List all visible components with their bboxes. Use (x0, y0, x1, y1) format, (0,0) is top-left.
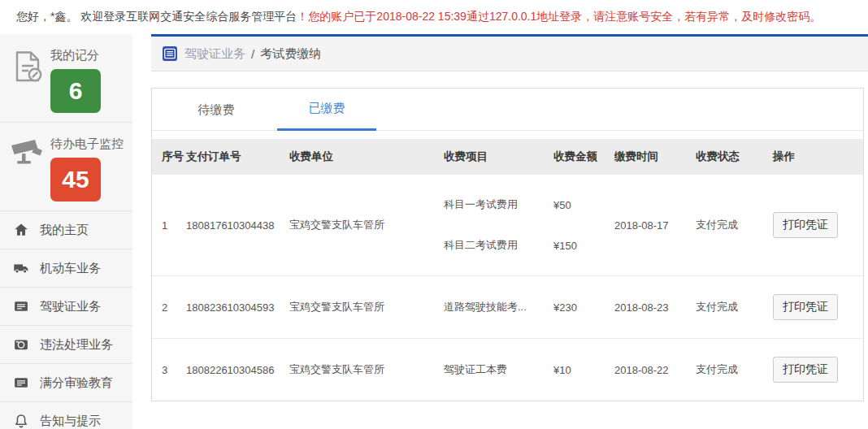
cell-status: 支付完成 (696, 300, 773, 314)
cell-fee-amount: ¥10 (553, 364, 614, 376)
cell-action: 打印凭证 (773, 357, 863, 383)
sidebar-item-pending-monitoring[interactable]: 待办电子监控 45 (0, 123, 132, 211)
cell-order-no: 180822610304586 (186, 364, 289, 376)
page-layout: 我的记分 6 待办电子监控 45 (0, 34, 868, 429)
fee-amount: ¥150 (553, 240, 614, 252)
table-row: 1 180817610304438 宝鸡交警支队车管所 科目一考试费用 ¥50 … (152, 175, 863, 275)
tab-bar: 待缴费 已缴费 (152, 89, 863, 131)
sidebar-item-violation-business[interactable]: 违法处理业务 (0, 326, 132, 364)
document-edit-icon (10, 44, 50, 113)
cell-fee-amount: ¥230 (553, 301, 614, 314)
license-icon (13, 298, 29, 314)
points-badge: 6 (50, 69, 101, 113)
col-header-index: 序号 (152, 150, 186, 164)
menu-label: 我的主页 (40, 223, 89, 238)
license-section-icon (163, 46, 177, 61)
cell-order-no: 180817610304438 (186, 219, 289, 232)
fee-line: 科目一考试费用 ¥50 (444, 184, 614, 225)
sidebar-item-vehicle-business[interactable]: 机动车业务 (0, 249, 132, 288)
fee-name: 科目二考试费用 (444, 238, 553, 253)
my-points-label: 我的记分 (50, 48, 101, 63)
sidebar: 我的记分 6 待办电子监控 45 (0, 34, 132, 429)
cctv-camera-icon (10, 132, 50, 202)
cell-unit: 宝鸡交警支队车管所 (289, 218, 444, 232)
sidebar-item-notifications[interactable]: 告知与提示 (0, 402, 132, 429)
content-area: 待缴费 已缴费 序号 支付订单号 收费单位 收费项目 收费金额 缴费时间 收费状… (151, 72, 868, 429)
cell-fee-items: 科目一考试费用 ¥50 科目二考试费用 ¥150 (444, 184, 614, 266)
menu-label: 告知与提示 (40, 414, 101, 429)
cell-date: 2018-08-23 (614, 301, 696, 314)
menu-label: 违法处理业务 (40, 337, 113, 353)
cell-action: 打印凭证 (773, 212, 863, 238)
breadcrumb-section[interactable]: 驾驶证业务 (184, 46, 245, 62)
cell-index: 2 (152, 301, 186, 314)
camera-icon (13, 336, 29, 353)
cell-index: 3 (152, 364, 186, 376)
menu-label: 满分审验教育 (40, 375, 113, 391)
cell-index: 1 (152, 219, 186, 232)
cell-date: 2018-08-22 (614, 364, 696, 376)
payment-card: 待缴费 已缴费 序号 支付订单号 收费单位 收费项目 收费金额 缴费时间 收费状… (151, 88, 864, 401)
cell-order-no: 180823610304593 (186, 301, 289, 314)
col-header-action: 操作 (773, 150, 863, 164)
bell-icon (13, 413, 29, 429)
cell-action: 打印凭证 (773, 294, 863, 320)
print-receipt-button[interactable]: 打印凭证 (773, 212, 838, 238)
sidebar-item-my-points[interactable]: 我的记分 6 (0, 34, 132, 123)
fee-line: 科目二考试费用 ¥150 (444, 225, 614, 266)
cell-unit: 宝鸡交警支队车管所 (289, 300, 444, 314)
table-row: 2 180823610304593 宝鸡交警支队车管所 道路驾驶技能考... ¥… (152, 275, 863, 338)
cell-fee-name: 驾驶证工本费 (444, 362, 553, 377)
table-row: 3 180822610304586 宝鸡交警支队车管所 驾驶证工本费 ¥10 2… (152, 338, 863, 401)
sidebar-item-education[interactable]: 满分审验教育 (0, 364, 132, 402)
pending-monitoring-label: 待办电子监控 (50, 136, 124, 152)
table-header-row: 序号 支付订单号 收费单位 收费项目 收费金额 缴费时间 收费状态 操作 (152, 139, 863, 175)
education-icon (13, 375, 29, 391)
sidebar-item-license-business[interactable]: 驾驶证业务 (0, 288, 132, 326)
col-header-order-no: 支付订单号 (186, 150, 289, 164)
cell-status: 支付完成 (696, 362, 773, 377)
col-header-date: 缴费时间 (614, 150, 696, 164)
vehicle-icon (13, 260, 29, 276)
top-notice-bar: 您好，*鑫。 欢迎登录互联网交通安全综合服务管理平台！您的账户已于2018-08… (0, 0, 868, 34)
fee-amount: ¥50 (553, 199, 614, 211)
main-content: 驾驶证业务 / 考试费缴纳 待缴费 已缴费 序号 支付订单号 收费单位 收费项目… (151, 34, 868, 429)
col-header-status: 收费状态 (696, 150, 773, 164)
breadcrumb: 驾驶证业务 / 考试费缴纳 (151, 37, 868, 72)
sidebar-item-homepage[interactable]: 我的主页 (0, 211, 132, 249)
cell-date: 2018-08-17 (614, 219, 696, 232)
menu-label: 驾驶证业务 (40, 299, 101, 314)
col-header-unit: 收费单位 (289, 150, 444, 164)
cell-unit: 宝鸡交警支队车管所 (289, 362, 444, 377)
print-receipt-button[interactable]: 打印凭证 (773, 294, 838, 320)
cell-fee-name: 道路驾驶技能考... (444, 300, 553, 314)
print-receipt-button[interactable]: 打印凭证 (773, 357, 838, 383)
col-header-item: 收费项目 (444, 150, 553, 164)
monitoring-badge: 45 (50, 158, 101, 202)
tab-pending-payment[interactable]: 待缴费 (167, 89, 266, 131)
fee-name: 科目一考试费用 (444, 197, 553, 212)
breadcrumb-page: 考试费缴纳 (260, 46, 321, 62)
cell-status: 支付完成 (696, 218, 773, 232)
menu-label: 机动车业务 (40, 261, 101, 276)
sidebar-menu: 我的主页 机动车业务 (0, 211, 132, 429)
paid-fees-table: 序号 支付订单号 收费单位 收费项目 收费金额 缴费时间 收费状态 操作 1 1… (152, 139, 863, 401)
col-header-amount: 收费金额 (553, 150, 614, 164)
breadcrumb-separator: / (251, 47, 254, 61)
security-alert-text: ！您的账户已于2018-08-22 15:39通过127.0.0.1地址登录，请… (297, 10, 821, 24)
tab-paid[interactable]: 已缴费 (277, 89, 376, 131)
home-icon (13, 222, 29, 238)
greeting-text: 您好，*鑫。 欢迎登录互联网交通安全综合服务管理平台 (16, 10, 297, 24)
